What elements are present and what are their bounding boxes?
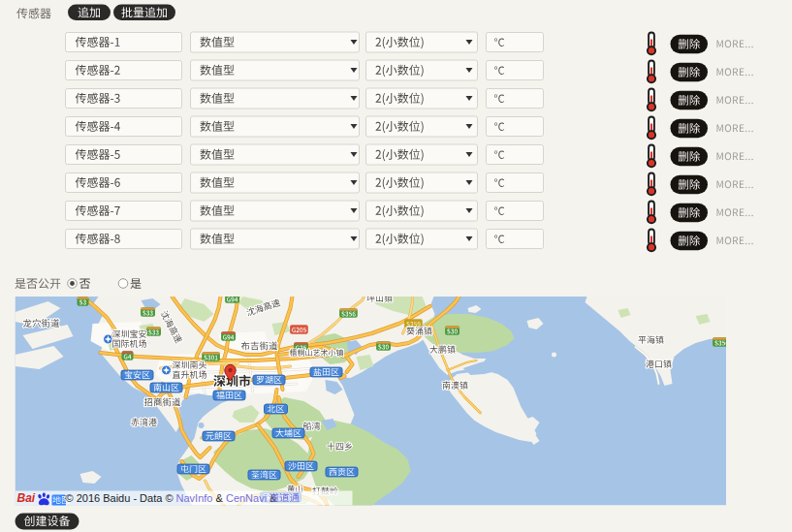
svg-text:© 2016 Baidu - Data © NavInfo: © 2016 Baidu - Data © NavInfo & CenNavi … [66, 492, 278, 504]
svg-text:Bai: Bai [17, 491, 36, 505]
